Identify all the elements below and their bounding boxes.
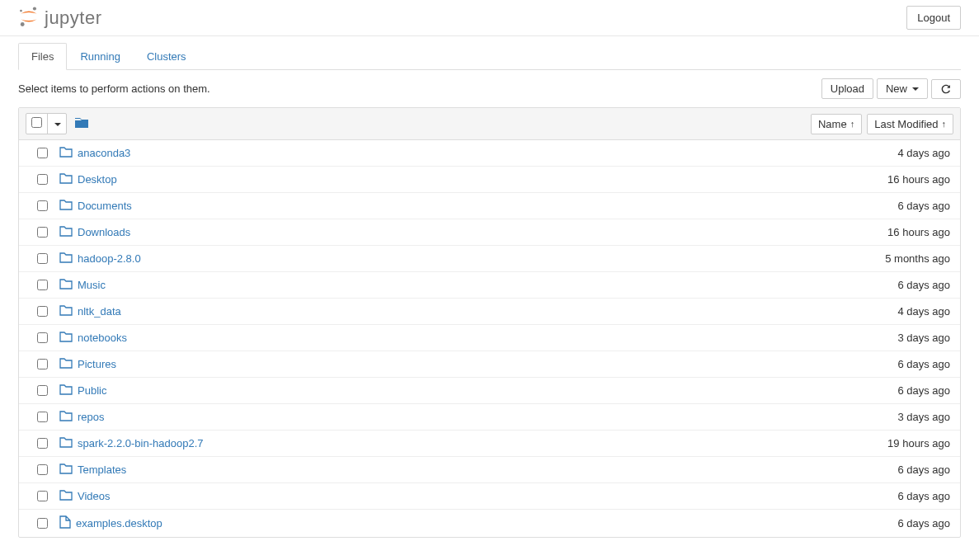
item-name[interactable]: Documents bbox=[78, 200, 132, 212]
sort-modified-label: Last Modified bbox=[874, 118, 938, 130]
logout-button[interactable]: Logout bbox=[906, 6, 961, 30]
file-list: Name ↑ Last Modified ↑ anaconda34 days a… bbox=[18, 107, 961, 538]
item-modified: 4 days ago bbox=[897, 147, 953, 159]
row-checkbox[interactable] bbox=[37, 518, 48, 529]
item-name[interactable]: repos bbox=[78, 411, 105, 423]
folder-icon bbox=[59, 331, 73, 345]
item-name[interactable]: Templates bbox=[78, 464, 126, 476]
item-name[interactable]: Videos bbox=[78, 490, 111, 502]
row-checkbox[interactable] bbox=[37, 359, 48, 369]
breadcrumb-root[interactable] bbox=[75, 117, 88, 131]
item-modified: 6 days ago bbox=[897, 358, 953, 370]
caret-down-icon bbox=[54, 123, 61, 126]
logo[interactable]: jupyter bbox=[18, 6, 102, 30]
tabs: Files Running Clusters bbox=[18, 43, 961, 70]
folder-icon bbox=[59, 463, 73, 477]
item-modified: 19 hours ago bbox=[887, 437, 953, 449]
sort-modified-button[interactable]: Last Modified ↑ bbox=[867, 114, 953, 134]
item-modified: 3 days ago bbox=[897, 332, 953, 344]
item-modified: 4 days ago bbox=[897, 305, 953, 318]
sort-name-label: Name bbox=[818, 118, 847, 130]
list-item: examples.desktop6 days ago bbox=[19, 510, 960, 537]
item-name[interactable]: Downloads bbox=[78, 226, 130, 238]
list-item: Documents6 days ago bbox=[19, 193, 960, 219]
header: jupyter Logout bbox=[0, 0, 979, 36]
caret-down-icon bbox=[912, 87, 919, 91]
file-icon bbox=[59, 515, 71, 531]
item-name[interactable]: Desktop bbox=[78, 173, 117, 186]
upload-button[interactable]: Upload bbox=[821, 78, 873, 99]
row-checkbox[interactable] bbox=[37, 438, 48, 449]
folder-icon bbox=[59, 199, 73, 213]
row-checkbox[interactable] bbox=[37, 253, 48, 264]
list-item: Videos6 days ago bbox=[19, 483, 960, 510]
new-button[interactable]: New bbox=[877, 78, 928, 99]
folder-icon bbox=[59, 357, 73, 371]
refresh-icon bbox=[940, 83, 952, 95]
tab-files[interactable]: Files bbox=[18, 43, 67, 70]
list-item: Desktop16 hours ago bbox=[19, 167, 960, 193]
item-modified: 3 days ago bbox=[897, 411, 953, 423]
svg-point-1 bbox=[21, 22, 25, 26]
svg-point-2 bbox=[20, 10, 22, 12]
item-name[interactable]: spark-2.2.0-bin-hadoop2.7 bbox=[78, 437, 204, 449]
row-checkbox[interactable] bbox=[37, 148, 48, 158]
item-name[interactable]: Public bbox=[78, 384, 106, 397]
select-all-control bbox=[26, 113, 67, 134]
folder-icon bbox=[59, 384, 73, 398]
item-name[interactable]: examples.desktop bbox=[76, 517, 162, 529]
select-all-dropdown[interactable] bbox=[48, 115, 66, 134]
row-checkbox[interactable] bbox=[37, 332, 48, 343]
item-modified: 16 hours ago bbox=[887, 173, 953, 186]
select-all-checkbox-wrapper bbox=[26, 114, 48, 134]
folder-icon bbox=[59, 172, 73, 186]
item-modified: 6 days ago bbox=[897, 279, 953, 291]
toolbar: Select items to perform actions on them.… bbox=[18, 70, 961, 107]
item-name[interactable]: nltk_data bbox=[78, 305, 121, 318]
item-modified: 6 days ago bbox=[897, 464, 953, 476]
list-item: repos3 days ago bbox=[19, 404, 960, 431]
row-checkbox[interactable] bbox=[37, 280, 48, 290]
row-checkbox[interactable] bbox=[37, 412, 48, 422]
list-item: Public6 days ago bbox=[19, 378, 960, 404]
list-header: Name ↑ Last Modified ↑ bbox=[19, 108, 960, 140]
row-checkbox[interactable] bbox=[37, 174, 48, 185]
item-name[interactable]: hadoop-2.8.0 bbox=[78, 252, 141, 265]
row-checkbox[interactable] bbox=[37, 227, 48, 238]
svg-point-0 bbox=[33, 7, 36, 10]
folder-icon bbox=[59, 252, 73, 266]
sort-name-button[interactable]: Name ↑ bbox=[811, 114, 862, 134]
folder-icon bbox=[59, 410, 73, 424]
item-name[interactable]: Music bbox=[78, 279, 106, 291]
folder-icon bbox=[59, 489, 73, 503]
item-modified: 6 days ago bbox=[897, 384, 953, 397]
item-name[interactable]: notebooks bbox=[78, 332, 127, 344]
row-checkbox[interactable] bbox=[37, 491, 48, 501]
row-checkbox[interactable] bbox=[37, 464, 48, 475]
arrow-up-icon: ↑ bbox=[850, 119, 855, 129]
item-modified: 6 days ago bbox=[897, 490, 953, 502]
folder-icon bbox=[59, 436, 73, 450]
tab-running[interactable]: Running bbox=[67, 43, 133, 70]
refresh-button[interactable] bbox=[931, 79, 961, 99]
list-item: Music6 days ago bbox=[19, 272, 960, 299]
item-name[interactable]: anaconda3 bbox=[78, 147, 130, 159]
logo-text: jupyter bbox=[45, 7, 102, 29]
row-checkbox[interactable] bbox=[37, 306, 48, 317]
folder-icon bbox=[59, 278, 73, 292]
list-item: Pictures6 days ago bbox=[19, 351, 960, 378]
list-item: hadoop-2.8.05 months ago bbox=[19, 246, 960, 272]
folder-icon bbox=[59, 146, 73, 160]
tab-clusters[interactable]: Clusters bbox=[134, 43, 200, 70]
list-item: notebooks3 days ago bbox=[19, 325, 960, 351]
list-item: nltk_data4 days ago bbox=[19, 299, 960, 325]
jupyter-logo-icon bbox=[18, 6, 40, 30]
row-checkbox[interactable] bbox=[37, 385, 48, 396]
toolbar-hint: Select items to perform actions on them. bbox=[18, 82, 210, 95]
list-item: Downloads16 hours ago bbox=[19, 219, 960, 246]
row-checkbox[interactable] bbox=[37, 200, 48, 211]
item-name[interactable]: Pictures bbox=[78, 358, 116, 370]
new-button-label: New bbox=[886, 82, 907, 95]
select-all-checkbox[interactable] bbox=[31, 117, 42, 128]
list-item: Templates6 days ago bbox=[19, 457, 960, 483]
